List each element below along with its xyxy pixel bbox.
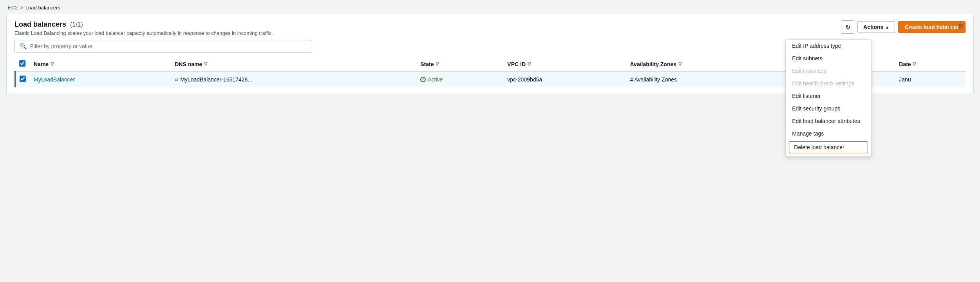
dropdown-item-edit-listener[interactable]: Edit listener <box>786 90 871 102</box>
panel-count: (1/1) <box>70 21 83 28</box>
dropdown-item-delete[interactable]: Delete load balancer <box>789 141 868 153</box>
breadcrumb-separator: > <box>20 5 23 11</box>
row-checkbox-cell <box>15 71 30 87</box>
search-icon: 🔍 <box>20 43 27 50</box>
vpc-value: vpc-2009bd5a <box>507 76 542 83</box>
header-name: Name ▽ <box>30 57 171 71</box>
dropdown-item-edit-attributes[interactable]: Edit load balancer attributes <box>786 115 871 127</box>
actions-dropdown-container: Actions ▲ Edit IP address type Edit subn… <box>857 21 895 33</box>
az-sort-icon[interactable]: ▽ <box>678 61 682 67</box>
dns-value: MyLoadBalancer-16517428... <box>180 76 252 83</box>
row-checkbox[interactable] <box>20 76 26 82</box>
header-az: Availability Zones ▽ <box>626 57 797 71</box>
az-value: 4 Availability Zones <box>630 76 677 83</box>
date-sort-icon[interactable]: ▽ <box>913 61 916 67</box>
row-state-cell: Active <box>416 71 503 87</box>
load-balancer-name-link[interactable]: MyLoadBalancer <box>34 76 75 83</box>
search-bar: 🔍 <box>14 40 312 52</box>
row-dns-cell: ⧉ MyLoadBalancer-16517428... <box>171 71 416 87</box>
gear-icon: ⚙ <box>958 22 964 30</box>
dropdown-item-edit-health: Edit health check settings <box>786 77 871 90</box>
actions-label: Actions <box>863 24 883 30</box>
actions-button[interactable]: Actions ▲ <box>857 21 895 33</box>
state-active-icon <box>420 77 426 82</box>
header-dns: DNS name ▽ <box>171 57 416 71</box>
row-vpc-cell: vpc-2009bd5a <box>503 71 626 87</box>
refresh-icon: ↻ <box>845 24 850 31</box>
dropdown-item-edit-ip[interactable]: Edit IP address type <box>786 40 871 52</box>
panel-header: Load balancers (1/1) Elastic Load Balanc… <box>14 20 966 36</box>
breadcrumb-current: Load balancers <box>25 5 60 11</box>
panel-title-area: Load balancers (1/1) Elastic Load Balanc… <box>14 20 273 36</box>
header-checkbox-cell <box>15 57 30 71</box>
header-state: State ▽ <box>416 57 503 71</box>
panel-subtitle: Elastic Load Balancing scales your load … <box>14 30 273 36</box>
row-date-cell: Janu <box>895 71 966 87</box>
actions-dropdown-menu: Edit IP address type Edit subnets Edit i… <box>785 39 872 157</box>
vpc-sort-icon[interactable]: ▽ <box>528 61 531 67</box>
dropdown-item-manage-tags[interactable]: Manage tags <box>786 127 871 140</box>
dropdown-item-edit-subnets[interactable]: Edit subnets <box>786 52 871 65</box>
state-value: Active <box>428 76 443 83</box>
search-input[interactable] <box>30 43 307 49</box>
row-name-cell: MyLoadBalancer <box>30 71 171 87</box>
breadcrumb-ec2-link[interactable]: EC2 <box>8 5 18 11</box>
breadcrumb: EC2 > Load balancers <box>0 0 980 14</box>
expand-arrow-icon: › <box>948 22 951 30</box>
select-all-checkbox[interactable] <box>19 60 25 67</box>
panel-title-text: Load balancers <box>14 20 66 28</box>
copy-icon[interactable]: ⧉ <box>175 77 178 82</box>
dropdown-item-edit-security[interactable]: Edit security groups <box>786 102 871 115</box>
name-sort-icon[interactable]: ▽ <box>51 61 54 67</box>
date-value: Janu <box>899 76 911 83</box>
expand-arrow-button[interactable]: › <box>947 21 952 32</box>
main-panel: Load balancers (1/1) Elastic Load Balanc… <box>6 14 974 94</box>
dns-sort-icon[interactable]: ▽ <box>204 61 207 67</box>
actions-arrow-icon: ▲ <box>885 25 889 29</box>
panel-title: Load balancers (1/1) <box>14 20 273 29</box>
row-az-cell: 4 Availability Zones <box>626 71 797 87</box>
header-date: Date ▽ <box>895 57 966 71</box>
dropdown-item-edit-instances: Edit instances <box>786 65 871 77</box>
settings-button[interactable]: ⚙ <box>956 20 966 32</box>
refresh-button[interactable]: ↻ <box>841 20 854 34</box>
state-sort-icon[interactable]: ▽ <box>436 61 439 67</box>
corner-icons: › ⚙ <box>947 20 966 32</box>
header-vpc: VPC ID ▽ <box>503 57 626 71</box>
